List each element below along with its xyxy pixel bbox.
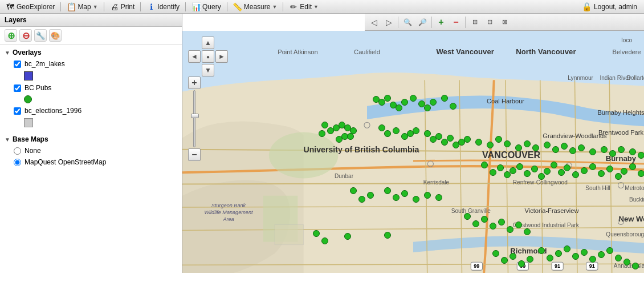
geoexplorer-button[interactable]: 🗺 GeoExplorer	[2, 1, 58, 13]
nav-right-button[interactable]: ►	[215, 50, 228, 63]
identify-icon: ℹ	[146, 2, 156, 11]
svg-text:North Vancouver: North Vancouver	[516, 47, 576, 56]
map-background[interactable]: ▲ ◄ ● ► ▼ + −	[182, 31, 644, 273]
pan-right-button[interactable]: ▷	[382, 15, 396, 29]
zoom-out-button[interactable]: −	[449, 15, 463, 29]
layer-checkbox-bc-pubs[interactable]	[14, 84, 21, 92]
basemaps-label: Base Maps	[13, 135, 48, 143]
separator-5	[227, 2, 227, 11]
zoom-slider-track	[193, 90, 195, 147]
zoom-prev-button[interactable]: 🔍	[401, 15, 414, 29]
map-icon: 📋	[67, 2, 76, 11]
zoom-extent-button[interactable]: ⊞	[468, 15, 482, 29]
tb2-sep-2	[431, 17, 432, 28]
zoom-select-button[interactable]: ⊠	[498, 15, 511, 29]
layer-legend-bc-2m-lakes	[0, 70, 182, 82]
nav-spacer-left	[188, 37, 201, 49]
layers-panel: Layers ⊕ ⊖ 🔧 🎨 ▼ Overlays	[0, 14, 182, 273]
identify-button[interactable]: ℹ Identify	[143, 1, 183, 13]
overlays-section-header[interactable]: ▼ Overlays	[0, 47, 182, 58]
edit-label: Edit	[300, 3, 312, 11]
layers-title: Layers	[5, 16, 27, 24]
layer-item-bc-2m-lakes: bc_2m_lakes	[0, 58, 182, 70]
overlays-label: Overlays	[13, 49, 42, 57]
basemap-mapquest-item: MapQuest OpenStreetMap	[0, 156, 182, 168]
svg-text:91: 91	[589, 263, 595, 269]
layers-toolbar: ⊕ ⊖ 🔧 🎨	[0, 27, 182, 45]
nav-center-button[interactable]: ●	[202, 50, 214, 63]
nav-left-button[interactable]: ◄	[188, 50, 201, 63]
nav-up-button[interactable]: ▲	[202, 37, 214, 49]
svg-text:South Hill: South Hill	[585, 185, 610, 191]
svg-text:Metrotown: Metrotown	[625, 185, 644, 191]
layer-legend-bc-elections-1996	[0, 116, 182, 129]
layer-checkbox-bc-elections-1996[interactable]	[14, 107, 21, 115]
svg-text:Wildlife Management: Wildlife Management	[205, 210, 253, 215]
layer-checkbox-bc-2m-lakes[interactable]	[14, 61, 21, 68]
legend-blue-icon	[24, 71, 33, 80]
svg-text:99: 99	[474, 263, 479, 269]
map-button[interactable]: 📋 Map ▼	[63, 1, 101, 13]
layer-label-bc-pubs: BC Pubs	[25, 84, 51, 92]
measure-arrow-icon: ▼	[272, 4, 277, 10]
zoom-in-button[interactable]: +	[434, 15, 448, 29]
svg-text:Dollarton: Dollarton	[627, 75, 644, 81]
svg-text:Annacis Island: Annacis Island	[614, 263, 644, 269]
svg-text:Brentwood Park: Brentwood Park	[598, 129, 644, 136]
remove-layer-button[interactable]: ⊖	[19, 29, 32, 42]
nav-down-button[interactable]: ▼	[202, 64, 214, 76]
logout-button[interactable]: 🔓 Logout, admin	[577, 1, 642, 13]
zoom-layer-button[interactable]: ⊟	[483, 15, 496, 29]
basemap-none-radio[interactable]	[14, 147, 21, 155]
layer-legend-bc-pubs	[0, 94, 182, 105]
svg-text:Kerrisdale: Kerrisdale	[423, 179, 450, 186]
layer-style-button[interactable]: 🎨	[49, 29, 62, 42]
svg-text:Dunbar: Dunbar	[335, 173, 354, 179]
tb2-sep-1	[398, 17, 398, 28]
pan-left-button[interactable]: ◁	[367, 15, 381, 29]
geoexplorer-icon: 🗺	[6, 2, 15, 11]
zoom-minus-button[interactable]: −	[188, 148, 201, 161]
legend-gray-icon	[24, 118, 33, 127]
svg-text:Victoria-Fraserview: Victoria-Fraserview	[524, 207, 579, 214]
svg-text:Queensborough: Queensborough	[606, 231, 644, 237]
separator-2	[104, 2, 104, 11]
measure-icon: 📏	[233, 2, 242, 11]
map-label: Map	[78, 3, 91, 11]
map-area[interactable]: ◁ ▷ 🔍 🔎 + − ⊞ ⊟ ⊠ ▲ ◄	[182, 14, 644, 273]
tb2-sep-3	[465, 17, 466, 28]
nav-spacer-right	[215, 37, 228, 49]
layers-header: Layers	[0, 14, 182, 27]
layer-settings-button[interactable]: 🔧	[34, 29, 47, 42]
basemaps-section-header[interactable]: ▼ Base Maps	[0, 134, 182, 145]
svg-text:Ioco: Ioco	[621, 37, 632, 43]
layers-content: ▼ Overlays bc_2m_lakes BC Pubs bc_electi…	[0, 45, 182, 273]
zoom-slider-thumb[interactable]	[191, 114, 199, 118]
zoom-next-button[interactable]: 🔎	[415, 15, 429, 29]
edit-button[interactable]: ✏ Edit ▼	[286, 1, 322, 13]
remove-layer-icon: ⊖	[22, 30, 30, 41]
basemap-mapquest-radio[interactable]	[14, 159, 21, 166]
logout-label: Logout, admin	[594, 3, 637, 11]
edit-icon: ✏	[289, 2, 298, 11]
svg-text:West Vancouver: West Vancouver	[436, 47, 494, 56]
layer-settings-icon: 🔧	[36, 31, 45, 40]
nav-row-bottom: ▼	[188, 64, 228, 76]
svg-point-12	[269, 132, 339, 178]
add-layer-button[interactable]: ⊕	[5, 29, 17, 42]
query-button[interactable]: 📊 Query	[188, 1, 225, 13]
add-layer-icon: ⊕	[7, 30, 15, 41]
overlays-triangle-icon: ▼	[5, 50, 10, 56]
query-icon: 📊	[191, 2, 201, 11]
measure-button[interactable]: 📏 Measure ▼	[230, 1, 281, 13]
layer-style-icon: 🎨	[51, 31, 60, 40]
zoom-plus-button[interactable]: +	[188, 76, 201, 89]
svg-text:Burnaby: Burnaby	[606, 154, 637, 163]
layer-label-bc-2m-lakes: bc_2m_lakes	[25, 60, 65, 68]
print-button[interactable]: 🖨 Print	[107, 1, 138, 13]
measure-label: Measure	[244, 3, 271, 11]
print-icon: 🖨	[110, 2, 119, 11]
geoexplorer-label: GeoExplorer	[17, 3, 55, 11]
main-toolbar: 🗺 GeoExplorer 📋 Map ▼ 🖨 Print ℹ Identify…	[0, 0, 644, 14]
map-arrow-icon: ▼	[93, 4, 98, 10]
